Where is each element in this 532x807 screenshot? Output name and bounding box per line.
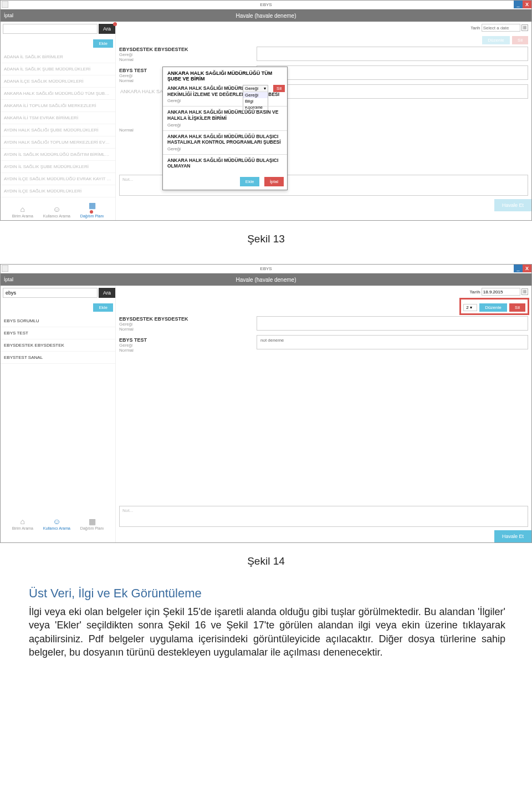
- section-heading: Üst Veri, İlgi ve Ek Görüntüleme: [29, 586, 532, 601]
- delete-button[interactable]: Sil: [512, 36, 528, 44]
- list-item[interactable]: ADANA İL SAĞLIK BİRİMLER: [1, 51, 115, 63]
- minimize-button[interactable]: _: [514, 1, 523, 8]
- popup-delete-button[interactable]: Sil: [273, 85, 285, 92]
- list-item[interactable]: AYDIN İL SAĞLIK MÜDÜRLÜĞÜ DAĞITIM BİRİML…: [1, 149, 115, 161]
- popup-section: ANKARA HALK SAĞLIĞI MÜDÜRLÜĞÜ BULAŞICI H…: [163, 130, 287, 154]
- bottom-tabs: ⌂Birim Arama ☺Kullanıcı Arama ▦Dağıtım P…: [1, 514, 115, 532]
- edit-button[interactable]: Düzenle: [479, 303, 507, 312]
- list-item[interactable]: AYDIN HALK SAĞLIĞI ŞUBE MÜDÜRLÜKLERİ: [1, 124, 115, 136]
- window-title: EBYS: [260, 266, 272, 271]
- search-button[interactable]: Ara: [99, 288, 115, 298]
- date-input[interactable]: [482, 24, 520, 32]
- list-item[interactable]: ADANA İL SAĞLIK ŞUBE MÜDÜRLÜKLERİ: [1, 63, 115, 75]
- text-field[interactable]: [257, 47, 528, 61]
- add-button[interactable]: Ekle: [93, 39, 113, 48]
- list-item[interactable]: ANKARA İLİ TSM EVRAK BİRİMLERİ: [1, 112, 115, 124]
- edit-delete-row-highlighted: 2 ▾ Düzenle Sil: [459, 298, 529, 315]
- text-field[interactable]: not deneme: [257, 335, 528, 349]
- svg-rect-1: [2, 265, 8, 272]
- tab-birim-arama[interactable]: ⌂Birim Arama: [12, 517, 33, 530]
- popup-footer: Ekle İptal: [163, 172, 287, 190]
- list-item[interactable]: EBYS TEST: [1, 327, 115, 339]
- edit-delete-row: Düzenle Sil: [116, 33, 531, 47]
- list-item[interactable]: ANKARA HALK SAĞLIĞI MÜDÜRLÜĞÜ TÜM ŞUBE V…: [1, 88, 115, 100]
- entry-item[interactable]: EBYS TEST Gereği Normal: [119, 337, 250, 353]
- count-dropdown[interactable]: 2 ▾: [463, 304, 477, 311]
- titlebar: EBYS _ X: [1, 1, 531, 9]
- user-icon: ☺: [43, 517, 70, 526]
- titlebar: EBYS _ X: [1, 265, 531, 273]
- search-button[interactable]: Ara: [99, 24, 115, 34]
- text-field[interactable]: [257, 84, 528, 99]
- list-item[interactable]: EBYSDESTEK EBYSDESTEK: [1, 339, 115, 352]
- entries-column: EBYSDESTEK EBYSDESTEK Gereği Normal EBYS…: [119, 47, 250, 138]
- date-input[interactable]: [482, 288, 520, 296]
- search-input[interactable]: [3, 288, 98, 298]
- chevron-down-icon: ▾: [470, 305, 472, 310]
- date-row: Tarih ▦: [116, 22, 531, 33]
- bottom-tabs: ⌂Birim Arama ☺Kullanıcı Arama ▦Dağıtım P…: [1, 197, 115, 220]
- text-field[interactable]: [257, 65, 528, 80]
- tab-dagitim-plani[interactable]: ▦Dağıtım Planı: [80, 517, 104, 530]
- popup-add-button[interactable]: Ekle: [240, 177, 260, 186]
- add-button[interactable]: Ekle: [93, 303, 113, 312]
- subtitle-text: Havale (havale deneme): [236, 13, 296, 19]
- tab-birim-arama[interactable]: ⌂Birim Arama: [12, 205, 33, 218]
- popup-cancel-button[interactable]: İptal: [264, 177, 284, 186]
- list-item[interactable]: AYDIN İLÇE SAĞLIK MÜDÜRLÜKLERİ: [1, 185, 115, 197]
- home-icon: ⌂: [12, 205, 33, 214]
- app-icon: [2, 265, 8, 272]
- building-icon: ▦: [80, 517, 104, 526]
- close-button[interactable]: X: [523, 265, 531, 272]
- left-panel: Ara Ekle EBYS SORUMLU EBYS TEST EBYSDEST…: [1, 286, 116, 542]
- chevron-down-icon: ▾: [264, 86, 266, 91]
- popup-section: ANKARA HALK SAĞLIĞI MÜDÜRLÜĞÜ BULAŞICI O…: [163, 154, 287, 172]
- cancel-link[interactable]: İptal: [4, 13, 13, 18]
- search-input[interactable]: [3, 24, 98, 34]
- date-row: Tarih ▦: [116, 286, 531, 297]
- fields-column: [257, 47, 528, 138]
- popup-title: ANKARA HALK SAĞLIĞI MÜDÜRLÜĞÜ TÜM ŞUBE V…: [163, 67, 287, 83]
- edit-button[interactable]: Düzenle: [482, 36, 509, 44]
- notification-dot-icon: [90, 210, 93, 214]
- list-item[interactable]: ANKARA İLİ TOPLUM SAĞLIĞI MERKEZLERİ: [1, 100, 115, 112]
- forward-button[interactable]: Havale Et: [494, 530, 531, 542]
- list-item[interactable]: EBYSTEST SANAL: [1, 352, 115, 364]
- screenshot-13: EBYS _ X İptal Havale (havale deneme) Ar…: [0, 0, 532, 221]
- subtitle-bar: İptal Havale (havale deneme): [1, 273, 531, 286]
- entry-item[interactable]: EBYSDESTEK EBYSDESTEK Gereği Normal: [119, 316, 250, 332]
- tab-kullanici-arama[interactable]: ☺Kullanıcı Arama: [43, 205, 70, 218]
- tab-dagitim-plani[interactable]: ▦Dağıtım Planı: [80, 201, 104, 218]
- date-label: Tarih: [470, 290, 480, 295]
- right-panel: Tarih ▦ 2 ▾ Düzenle Sil EBYSDESTEK EBYSD…: [116, 286, 531, 542]
- list-item[interactable]: AYDIN İL SAĞLIK ŞUBE MÜDÜRLÜKLERİ: [1, 161, 115, 173]
- entry-item[interactable]: EBYSDESTEK EBYSDESTEK Gereği Normal: [119, 47, 250, 62]
- section-paragraph: İlgi veya eki olan belgeler için Şekil 1…: [29, 605, 505, 659]
- user-icon: ☺: [43, 205, 70, 214]
- figure-caption-13: Şekil 13: [0, 233, 532, 245]
- delete-button[interactable]: Sil: [509, 303, 525, 312]
- close-button[interactable]: X: [523, 1, 531, 8]
- figure-caption-14: Şekil 14: [0, 555, 532, 567]
- text-field[interactable]: [257, 316, 528, 331]
- popup-section: ANKARA HALK SAĞLIĞI MÜDÜRLÜĞÜ BASIN VE H…: [163, 106, 287, 130]
- unit-list: ADANA İL SAĞLIK BİRİMLER ADANA İL SAĞLIK…: [1, 51, 115, 197]
- list-item[interactable]: EBYS SORUMLU: [1, 315, 115, 327]
- dropdown-option[interactable]: Bilgi: [243, 98, 268, 104]
- screenshot-14: EBYS _ X İptal Havale (havale deneme) Ar…: [0, 264, 532, 543]
- list-item[interactable]: ADANA İLÇE SAĞLIK MÜDÜRLÜKLERİ: [1, 75, 115, 88]
- svg-rect-0: [2, 1, 8, 8]
- note-textarea[interactable]: Not...: [119, 506, 528, 527]
- minimize-button[interactable]: _: [514, 265, 523, 272]
- distribution-popup: ANKARA HALK SAĞLIĞI MÜDÜRLÜĞÜ TÜM ŞUBE V…: [162, 67, 288, 190]
- calendar-icon[interactable]: ▦: [521, 24, 528, 31]
- tab-kullanici-arama[interactable]: ☺Kullanıcı Arama: [43, 517, 70, 530]
- popup-section: Gereği▾ Gereği Bilgi Koordine Sil ANKARA…: [163, 83, 287, 106]
- cancel-link[interactable]: İptal: [4, 277, 13, 282]
- list-item[interactable]: AYDIN HALK SAĞLIĞI TOPLUM MERKEZLERİ EVR…: [1, 136, 115, 149]
- list-item[interactable]: AYDIN İLÇE SAĞLIK MÜDÜRLÜĞÜ EVRAK KAYIT …: [1, 173, 115, 185]
- fields-column: not deneme: [257, 316, 528, 358]
- calendar-icon[interactable]: ▦: [521, 288, 528, 295]
- forward-button[interactable]: Havale Et: [494, 199, 531, 211]
- dropdown-option[interactable]: Gereği: [243, 92, 268, 98]
